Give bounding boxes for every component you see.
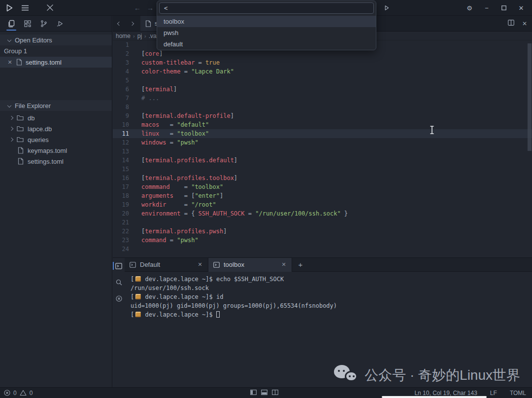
chevron-down-icon — [7, 38, 11, 42]
code-editor[interactable]: 12[core]3custom-titlebar = true4color-th… — [113, 40, 532, 253]
code-line[interactable]: 20environment = { SSH_AUTH_SOCK = "/run/… — [113, 209, 532, 218]
tree-item-label: queries — [28, 136, 49, 144]
problems-rail-icon[interactable] — [113, 290, 125, 307]
code-line[interactable]: 5 — [113, 76, 532, 85]
code-line[interactable]: 11linux = "toolbox" — [113, 129, 532, 138]
plugins-rail-icon[interactable] — [19, 17, 35, 31]
code-line[interactable]: 23command = "pwsh" — [113, 236, 532, 245]
tree-item-queries[interactable]: queries — [0, 134, 112, 145]
close-terminal-tab-icon[interactable]: ✕ — [281, 261, 287, 268]
tree-item-settings-toml[interactable]: settings.toml — [0, 156, 112, 167]
toggle-right-panel-icon[interactable] — [272, 390, 278, 397]
tree-item-db[interactable]: db — [0, 112, 112, 123]
main-menu-icon[interactable] — [19, 2, 32, 13]
watermark-text: 公众号 · 奇妙的Linux世界 — [365, 366, 520, 385]
forward-button[interactable]: → — [147, 4, 154, 12]
settings-gear-icon[interactable]: ⚙ — [465, 3, 474, 13]
palette-item-label: pwsh — [164, 29, 178, 36]
terminal-icon — [130, 262, 136, 268]
palette-item-default[interactable]: default — [157, 38, 376, 50]
code-line[interactable]: 13 — [113, 147, 532, 156]
code-line[interactable]: 17commmand = "toolbox" — [113, 182, 532, 191]
close-window-button[interactable]: ✕ — [516, 3, 526, 13]
terminal-tab-label: Default — [140, 261, 193, 268]
tab-nav-back[interactable] — [113, 22, 126, 25]
code-line[interactable]: 18arguments = ["enter"] — [113, 191, 532, 200]
line-number: 7 — [113, 94, 129, 103]
code-line[interactable]: 9[terminal.default-profile] — [113, 111, 532, 120]
line-ending-status[interactable]: LF — [490, 390, 497, 397]
code-line[interactable]: 19workdir = "/root" — [113, 200, 532, 209]
close-file-icon[interactable]: ✕ — [7, 59, 13, 66]
cursor-position-status[interactable]: Ln 10, Col 19, Char 143 — [414, 390, 477, 397]
line-number: 12 — [113, 138, 129, 147]
tab-nav-forward[interactable] — [126, 22, 138, 25]
code-line[interactable]: 24 — [113, 245, 532, 253]
tree-item-lapce-db[interactable]: lapce.db — [0, 123, 112, 134]
open-editors-header[interactable]: Open Editors — [0, 35, 112, 45]
code-line[interactable]: 22[terminal.profiles.pwsh] — [113, 227, 532, 236]
code-line[interactable]: 3custom-titlebar = true — [113, 58, 532, 67]
command-palette: < toolbox pwsh default — [157, 0, 376, 50]
breadcrumb-segment[interactable]: .va — [149, 33, 157, 39]
code-line[interactable]: 2[core] — [113, 49, 532, 58]
search-rail-icon[interactable] — [113, 274, 125, 290]
editor-scrollbar[interactable] — [528, 43, 532, 151]
code-line[interactable]: 7# ... — [113, 94, 532, 103]
palette-input[interactable]: < — [159, 2, 374, 14]
close-terminal-tab-icon[interactable]: ✕ — [197, 261, 203, 268]
code-line[interactable]: 14[terminal.profiles.default] — [113, 156, 532, 165]
editor-area: settings.toml ✕ home › pj › .va 12[core]… — [113, 16, 532, 257]
sidebar: Open Editors Group 1 ✕ settings.toml Fil… — [0, 16, 112, 387]
back-button[interactable]: ← — [134, 4, 141, 12]
open-editors-label: Open Editors — [15, 36, 52, 44]
chevron-down-icon — [7, 104, 11, 108]
terminal-tab-toolbox[interactable]: toolbox ✕ — [208, 258, 292, 272]
code-line[interactable]: 4color-theme = "Lapce Dark" — [113, 67, 532, 76]
palette-query-text: < — [164, 4, 168, 12]
new-terminal-button[interactable]: + — [292, 260, 309, 269]
close-editor-icon[interactable]: ✕ — [522, 20, 527, 27]
breadcrumb-segment[interactable]: home — [116, 33, 131, 39]
terminal-output[interactable]: [ dev.lapce.lapce ~]$ echo $SSH_AUTH_SOC… — [131, 275, 529, 319]
maximize-button[interactable] — [499, 3, 509, 13]
file-explorer-header[interactable]: File Explorer — [0, 100, 112, 111]
debug-rail-icon[interactable] — [52, 17, 68, 31]
run-button[interactable] — [380, 2, 393, 13]
file-icon — [145, 20, 151, 27]
palette-item-label: default — [164, 40, 183, 48]
line-number: 24 — [113, 245, 129, 253]
line-number: 18 — [113, 191, 129, 200]
breadcrumb-segment[interactable]: pj — [137, 33, 142, 39]
open-editor-item-settings-toml[interactable]: ✕ settings.toml — [0, 57, 112, 68]
palette-item-pwsh[interactable]: pwsh — [157, 27, 376, 38]
toggle-left-panel-icon[interactable] — [250, 390, 257, 397]
toggle-bottom-panel-icon[interactable] — [261, 390, 267, 397]
problems-summary[interactable]: 0 0 — [0, 390, 33, 397]
chevron-right-icon — [9, 127, 13, 131]
code-line[interactable]: 15 — [113, 165, 532, 174]
remote-connection-icon[interactable] — [43, 2, 56, 13]
palette-item-toolbox[interactable]: toolbox — [157, 16, 376, 27]
code-line[interactable]: 8 — [113, 103, 532, 111]
terminal-tab-default[interactable]: Default ✕ — [125, 258, 208, 272]
source-control-rail-icon[interactable] — [35, 17, 52, 31]
explorer-rail-icon[interactable] — [3, 17, 19, 31]
error-icon — [4, 390, 10, 396]
tree-item-label: settings.toml — [28, 158, 64, 165]
split-editor-icon[interactable] — [508, 20, 514, 27]
line-number: 22 — [113, 227, 129, 236]
language-mode-status[interactable]: TOML — [510, 390, 526, 397]
file-icon — [18, 147, 24, 154]
code-line[interactable]: 21 — [113, 218, 532, 227]
code-line[interactable]: 10macos = "default" — [113, 120, 532, 129]
code-line[interactable]: 12windows = "pwsh" — [113, 138, 532, 147]
minimize-button[interactable]: − — [482, 3, 492, 13]
line-number: 8 — [113, 103, 129, 111]
code-line[interactable]: 16[terminal.profiles.toolbox] — [113, 174, 532, 182]
terminal-rail-icon[interactable] — [113, 258, 125, 274]
lapce-logo-icon — [3, 2, 16, 13]
tree-item-keymaps-toml[interactable]: keymaps.toml — [0, 145, 112, 156]
code-line[interactable]: 6[terminal] — [113, 85, 532, 94]
tree-item-label: keymaps.toml — [28, 147, 67, 154]
